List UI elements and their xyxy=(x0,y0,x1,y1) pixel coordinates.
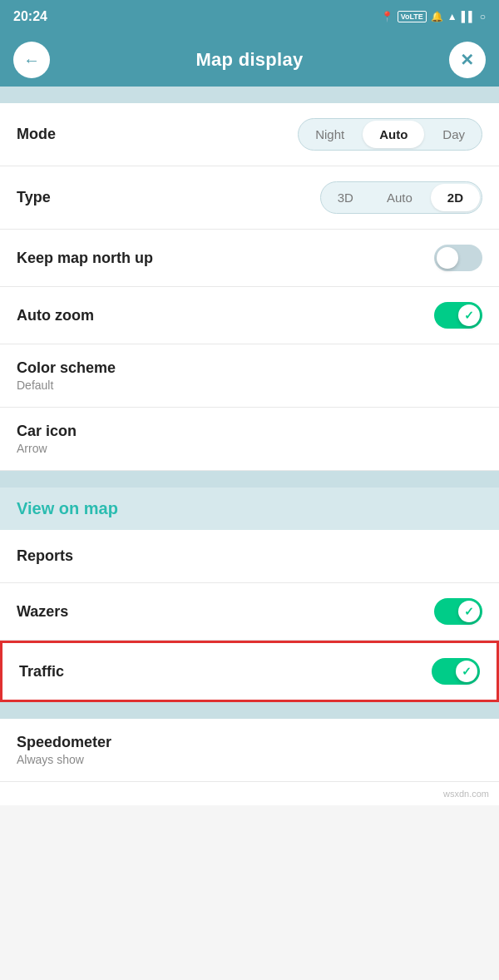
close-button[interactable]: ✕ xyxy=(449,42,486,78)
car-icon-row[interactable]: Car icon Arrow xyxy=(0,408,499,471)
view-on-map-divider xyxy=(0,471,499,488)
view-on-map-title: View on map xyxy=(17,499,118,517)
status-icons: 📍 VoLTE 🔔 ▲ ▌▌ ○ xyxy=(381,11,486,22)
top-divider xyxy=(0,87,499,103)
keep-north-knob xyxy=(437,247,458,269)
wazers-label: Wazers xyxy=(17,603,68,621)
car-icon-value: Arrow xyxy=(17,442,47,455)
app-header: ← Map display ✕ xyxy=(0,33,499,87)
traffic-slider: ✓ xyxy=(432,658,480,685)
color-scheme-label: Color scheme xyxy=(17,359,116,377)
settings-list: Mode Night Auto Day Type 3D Auto 2D Keep… xyxy=(0,103,499,471)
auto-zoom-slider: ✓ xyxy=(434,302,482,329)
signal-icon: ▌▌ xyxy=(462,11,476,22)
traffic-label: Traffic xyxy=(19,663,64,681)
status-time: 20:24 xyxy=(13,9,47,24)
color-scheme-value: Default xyxy=(17,379,53,392)
wazers-knob: ✓ xyxy=(458,601,480,622)
back-button[interactable]: ← xyxy=(13,42,50,78)
speedometer-label: Speedometer xyxy=(17,734,111,751)
traffic-check-icon: ✓ xyxy=(462,665,472,678)
speedometer-row[interactable]: Speedometer Always show xyxy=(0,719,499,782)
volte-badge: VoLTE xyxy=(398,11,427,22)
bottom-divider xyxy=(0,702,499,719)
mode-auto-btn[interactable]: Auto xyxy=(363,121,424,148)
page-title: Map display xyxy=(195,49,303,71)
keep-north-slider xyxy=(434,245,482,271)
traffic-toggle[interactable]: ✓ xyxy=(432,658,480,685)
auto-zoom-check-icon: ✓ xyxy=(464,309,474,322)
mode-segmented-control[interactable]: Night Auto Day xyxy=(298,118,482,151)
mute-icon: 🔔 xyxy=(431,11,443,22)
keep-north-label: Keep map north up xyxy=(17,250,153,267)
location-icon: 📍 xyxy=(381,11,393,22)
watermark: wsxdn.com xyxy=(0,782,499,805)
speedometer-value: Always show xyxy=(17,753,84,766)
car-icon-label: Car icon xyxy=(17,423,77,440)
mode-row: Mode Night Auto Day xyxy=(0,103,499,166)
type-segmented-control[interactable]: 3D Auto 2D xyxy=(320,181,482,214)
auto-zoom-label: Auto zoom xyxy=(17,307,94,324)
type-auto-btn[interactable]: Auto xyxy=(370,182,429,213)
color-scheme-row[interactable]: Color scheme Default xyxy=(0,344,499,408)
auto-zoom-toggle[interactable]: ✓ xyxy=(434,302,482,329)
auto-zoom-knob: ✓ xyxy=(458,304,480,326)
type-3d-btn[interactable]: 3D xyxy=(321,182,370,213)
wazers-slider: ✓ xyxy=(434,598,482,625)
type-2d-btn[interactable]: 2D xyxy=(431,184,480,211)
reports-label: Reports xyxy=(17,547,73,565)
type-row: Type 3D Auto 2D xyxy=(0,166,499,230)
mode-night-btn[interactable]: Night xyxy=(299,119,361,150)
speedometer-section: Speedometer Always show xyxy=(0,719,499,782)
mode-label: Mode xyxy=(17,126,56,143)
traffic-knob: ✓ xyxy=(456,661,477,682)
wazers-toggle[interactable]: ✓ xyxy=(434,598,482,625)
traffic-row: Traffic ✓ xyxy=(0,641,499,702)
view-on-map-list: Reports Wazers ✓ Traffic ✓ xyxy=(0,530,499,702)
status-bar: 20:24 📍 VoLTE 🔔 ▲ ▌▌ ○ xyxy=(0,0,499,33)
auto-zoom-row: Auto zoom ✓ xyxy=(0,287,499,344)
keep-north-toggle[interactable] xyxy=(434,245,482,271)
wifi-icon: ▲ xyxy=(447,11,457,22)
keep-north-row: Keep map north up xyxy=(0,230,499,287)
mode-day-btn[interactable]: Day xyxy=(426,119,482,150)
wazers-check-icon: ✓ xyxy=(464,605,474,618)
type-label: Type xyxy=(17,189,51,206)
battery-icon: ○ xyxy=(480,11,486,22)
view-on-map-section-header: View on map xyxy=(0,488,499,530)
wazers-row: Wazers ✓ xyxy=(0,583,499,641)
reports-row[interactable]: Reports xyxy=(0,530,499,583)
